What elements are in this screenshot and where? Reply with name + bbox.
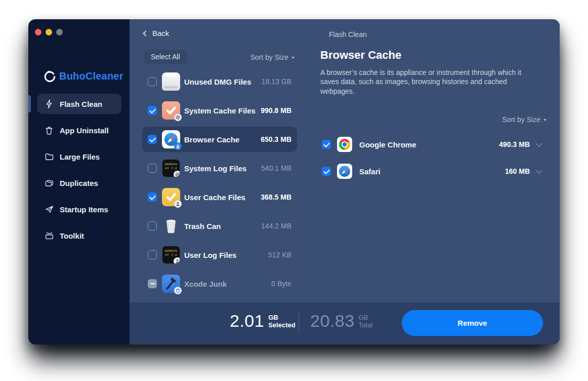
browser-list: Google Chrome 490.3 MB <box>308 132 560 184</box>
list-item-browser-cache[interactable]: Browser Cache 650.3 MB <box>142 127 297 152</box>
toolbox-icon <box>45 231 54 240</box>
stat-divider <box>299 313 299 334</box>
sidebar-item-app-uninstall[interactable]: App Uninstall <box>37 120 121 140</box>
expand-chevron-icon[interactable] <box>536 140 542 147</box>
category-list-pane: Back Select All Sort by Size Unused DMG … <box>130 19 308 302</box>
list-item-system-log-files[interactable]: WARNIN4Y 7:2 System Log Files 540.1 MB <box>142 156 297 181</box>
selected-size-label: Selected <box>268 322 295 329</box>
expand-chevron-icon[interactable] <box>536 167 542 174</box>
detail-description: A browser’s cache is its appliance or in… <box>320 68 541 96</box>
selected-size-stat: 2.01 GB Selected <box>230 311 296 331</box>
list-item-trash-can[interactable]: Trash Can 144.2 MB <box>142 213 297 239</box>
checkbox-xcode-junk[interactable] <box>148 279 157 288</box>
item-size: 540.1 MB <box>261 164 291 172</box>
checkbox-browser-cache[interactable] <box>148 135 157 144</box>
download-badge-icon <box>174 142 182 150</box>
list-item-unused-dmg-files[interactable]: Unused DMG Files 18.13 GB <box>142 69 297 94</box>
total-size-label: Total <box>359 322 372 329</box>
item-size: 368.5 MB <box>261 193 291 201</box>
item-size: 18.13 GB <box>262 78 291 86</box>
sidebar-nav: Flash Clean App Uninstall Large Files <box>37 94 121 246</box>
item-size: 650.3 MB <box>261 135 291 143</box>
detail-pane: Flash Clean Browser Cache A browser’s ca… <box>308 19 560 302</box>
sidebar-item-large-files[interactable]: Large Files <box>37 146 121 167</box>
sidebar-item-duplicates[interactable]: Duplicates <box>37 173 121 193</box>
sort-label: Sort by Size <box>250 53 288 61</box>
checkbox-system-cache-files[interactable] <box>148 106 157 115</box>
caret-down-icon <box>291 57 295 59</box>
detail-sort-by-size-dropdown[interactable]: Sort by Size <box>502 116 547 124</box>
caret-down-icon <box>543 119 547 121</box>
checkbox-system-log-files[interactable] <box>148 164 157 173</box>
minimize-window-button[interactable] <box>46 29 52 35</box>
select-all-button[interactable]: Select All <box>144 50 187 64</box>
window-controls <box>35 29 63 35</box>
trash-icon <box>45 126 54 135</box>
detail-item-safari[interactable]: Safari 160 MB <box>308 159 560 184</box>
brand-name: BuhoCleaner <box>59 70 123 82</box>
sidebar: BuhoCleaner Flash Clean App Uninstall <box>28 19 130 345</box>
back-button[interactable]: Back <box>144 29 169 37</box>
sidebar-item-flash-clean[interactable]: Flash Clean <box>37 94 121 114</box>
item-size: 144.2 MB <box>261 222 291 230</box>
list-item-system-cache-files[interactable]: System Cache Files 990.8 MB <box>142 98 297 123</box>
user-cache-icon <box>162 188 180 206</box>
item-size: 160 MB <box>505 167 530 175</box>
close-window-button[interactable] <box>35 29 41 35</box>
sidebar-item-label: Toolkit <box>60 232 84 240</box>
user-badge-icon <box>174 257 180 264</box>
list-item-user-cache-files[interactable]: User Cache Files 368.5 MB <box>142 184 297 210</box>
checkbox-trash-can[interactable] <box>148 221 157 231</box>
item-size: 490.3 MB <box>499 140 530 148</box>
app-logo: BuhoCleaner <box>44 70 123 82</box>
checkbox-user-log-files[interactable] <box>148 250 157 259</box>
back-label: Back <box>152 29 169 37</box>
sort-by-size-dropdown[interactable]: Sort by Size <box>250 53 295 61</box>
chrome-icon <box>337 137 352 152</box>
detail-item-google-chrome[interactable]: Google Chrome 490.3 MB <box>308 132 560 157</box>
rocket-icon <box>45 205 54 214</box>
list-item-user-log-files[interactable]: WARNIN4Y 7:2 User Log Files 512 KB <box>142 242 297 268</box>
sidebar-item-label: Startup Items <box>60 205 108 214</box>
lightning-icon <box>45 99 54 108</box>
sidebar-item-toolkit[interactable]: Toolkit <box>37 225 121 246</box>
zoom-window-button[interactable] <box>56 29 63 35</box>
trash-badge-icon <box>174 287 182 294</box>
item-size: 0 Byte <box>271 280 291 288</box>
safari-icon <box>337 164 352 179</box>
total-size-unit: GB <box>359 314 372 322</box>
sidebar-item-label: Flash Clean <box>60 100 102 108</box>
chevron-left-icon <box>143 30 148 36</box>
xcode-junk-icon <box>162 275 180 293</box>
footer-bar: 2.01 GB Selected 20.83 GB Total Remove <box>130 302 560 345</box>
checkbox-safari[interactable] <box>322 167 331 176</box>
checkbox-unused-dmg-files[interactable] <box>148 77 157 86</box>
sidebar-item-label: App Uninstall <box>60 126 109 135</box>
sidebar-item-label: Large Files <box>60 153 100 161</box>
gear-badge-icon <box>174 113 182 121</box>
system-log-icon: WARNIN4Y 7:2 <box>162 159 180 177</box>
trash-can-icon <box>162 217 180 235</box>
folder-icon <box>45 152 54 161</box>
list-item-xcode-junk[interactable]: Xcode Junk 0 Byte <box>142 271 297 296</box>
item-size: 990.8 MB <box>261 106 291 115</box>
remove-button[interactable]: Remove <box>402 310 543 336</box>
user-log-icon: WARNIN4Y 7:2 <box>162 246 180 264</box>
gear-badge-icon <box>174 171 180 177</box>
checkbox-user-cache-files[interactable] <box>148 193 157 202</box>
active-item-indicator <box>28 95 31 112</box>
user-badge-icon <box>174 200 182 208</box>
content-panel: Back Select All Sort by Size Unused DMG … <box>130 19 560 302</box>
item-size: 512 KB <box>268 251 291 259</box>
selected-size-unit: GB <box>268 314 295 322</box>
system-cache-icon <box>162 101 180 120</box>
sidebar-item-startup-items[interactable]: Startup Items <box>37 199 121 219</box>
checkbox-google-chrome[interactable] <box>322 140 331 149</box>
app-window: BuhoCleaner Flash Clean App Uninstall <box>28 19 560 345</box>
selected-size-value: 2.01 <box>230 311 264 331</box>
category-list: Unused DMG Files 18.13 GB System Cache F… <box>142 69 297 296</box>
sidebar-item-label: Duplicates <box>60 179 98 187</box>
duplicates-icon <box>45 178 54 187</box>
detail-title: Browser Cache <box>320 49 401 62</box>
total-size-value: 20.83 <box>310 311 355 331</box>
